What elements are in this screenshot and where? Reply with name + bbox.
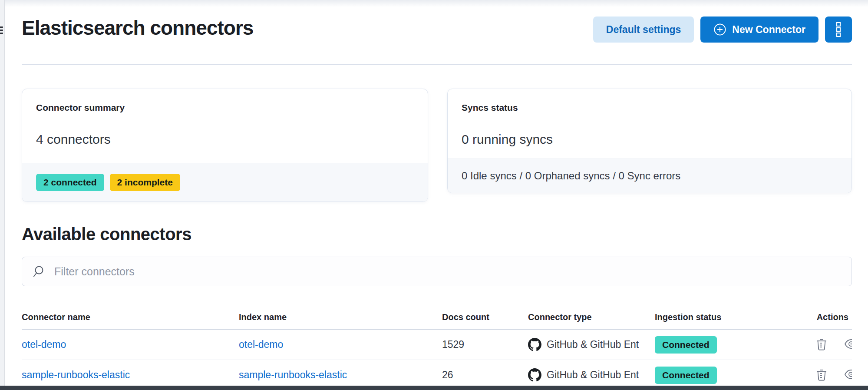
syncs-status-body: Syncs status 0 running syncs (448, 89, 851, 159)
table-header-row: Connector name Index name Docs count Con… (22, 299, 852, 330)
plus-in-circle-icon (713, 23, 726, 36)
view-connector-button[interactable] (844, 338, 852, 350)
github-icon (528, 368, 541, 382)
eye-icon (844, 338, 852, 350)
incomplete-count-badge: 2 incomplete (110, 174, 180, 191)
connectors-table: Connector name Index name Docs count Con… (22, 299, 852, 390)
column-header-actions: Actions (815, 299, 852, 329)
syncs-status-title: Syncs status (462, 102, 838, 113)
connector-name-link[interactable]: sample-runbooks-elastic (22, 369, 130, 380)
eye-icon (844, 368, 852, 380)
search-icon (32, 264, 46, 278)
page-title: Elasticsearch connectors (22, 14, 253, 42)
default-settings-label: Default settings (606, 24, 681, 36)
column-header-index-name: Index name (239, 299, 442, 329)
index-name-link[interactable]: otel-demo (239, 339, 283, 350)
new-connector-button[interactable]: New Connector (700, 17, 818, 43)
status-badge-row: 2 connected 2 incomplete (36, 174, 414, 191)
trash-icon (815, 368, 828, 381)
delete-connector-button[interactable] (815, 337, 828, 350)
column-header-ingestion-status: Ingestion status (655, 299, 815, 329)
connector-count-text: 4 connectors (36, 132, 414, 147)
window-top-edge (0, 0, 868, 7)
connected-count-badge: 2 connected (36, 174, 104, 191)
boxes-vertical-icon (835, 22, 842, 37)
header-divider (22, 64, 852, 65)
connector-type-label: GitHub & GitHub Ent (547, 339, 639, 350)
filter-connectors-input[interactable] (53, 265, 842, 278)
ingestion-status-badge: Connected (655, 336, 717, 354)
table-row: otel-demo otel-demo 1529 GitHub & GitHub… (22, 330, 852, 360)
connector-summary-title: Connector summary (36, 102, 414, 113)
menu-icon[interactable] (0, 25, 3, 36)
connector-name-link[interactable]: otel-demo (22, 339, 66, 350)
connector-summary-footer: 2 connected 2 incomplete (22, 163, 428, 202)
docs-count-value: 1529 (442, 339, 528, 350)
available-connectors-title: Available connectors (22, 224, 852, 245)
filter-connectors-box (22, 257, 852, 286)
github-icon (528, 338, 541, 351)
running-syncs-text: 0 running syncs (462, 132, 838, 147)
main-content: Elasticsearch connectors Default setting… (22, 0, 852, 390)
syncs-breakdown-text: 0 Idle syncs / 0 Orphaned syncs / 0 Sync… (462, 169, 838, 182)
connector-summary-card: Connector summary 4 connectors 2 connect… (22, 89, 428, 202)
more-actions-button[interactable] (825, 17, 852, 43)
new-connector-label: New Connector (732, 24, 805, 36)
collapsed-nav-strip (0, 0, 5, 390)
column-header-docs-count: Docs count (442, 299, 528, 329)
trash-icon (815, 337, 828, 350)
syncs-status-footer: 0 Idle syncs / 0 Orphaned syncs / 0 Sync… (448, 159, 851, 193)
window-bottom-edge-bar (0, 386, 868, 390)
summary-cards-row: Connector summary 4 connectors 2 connect… (22, 89, 852, 202)
header-actions: Default settings New Connector (593, 17, 852, 43)
connector-type-label: GitHub & GitHub Ent (547, 369, 639, 381)
table-body: otel-demo otel-demo 1529 GitHub & GitHub… (22, 330, 852, 390)
syncs-status-card: Syncs status 0 running syncs 0 Idle sync… (447, 89, 852, 193)
view-connector-button[interactable] (844, 368, 852, 380)
index-name-link[interactable]: sample-runbooks-elastic (239, 369, 347, 380)
delete-connector-button[interactable] (815, 368, 828, 381)
ingestion-status-badge: Connected (655, 367, 717, 384)
column-header-connector-name: Connector name (22, 299, 239, 329)
docs-count-value: 26 (442, 369, 528, 381)
default-settings-button[interactable]: Default settings (593, 17, 694, 43)
column-header-connector-type: Connector type (528, 299, 655, 329)
connector-summary-body: Connector summary 4 connectors (22, 89, 428, 163)
